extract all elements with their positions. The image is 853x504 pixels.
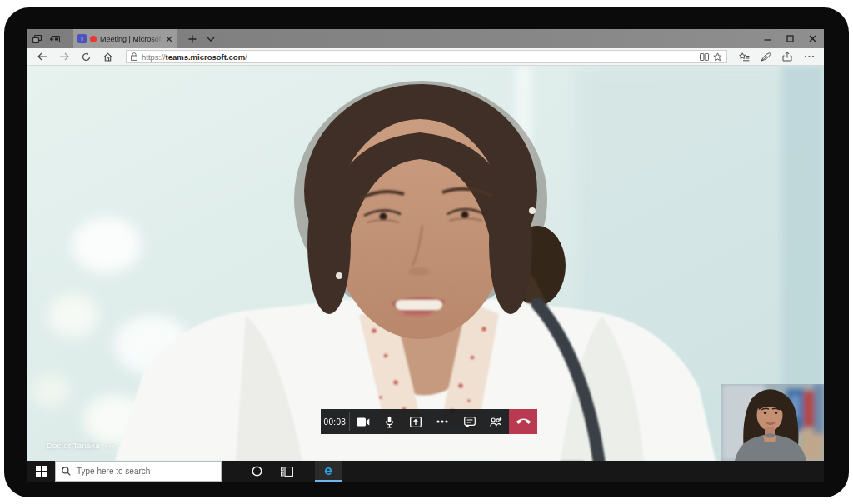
url-path: /: [245, 52, 247, 62]
set-tabs-aside-icon: [50, 35, 60, 43]
edge-taskbar-button[interactable]: e: [315, 461, 342, 482]
back-button[interactable]: [32, 49, 52, 65]
window-controls: [756, 29, 824, 48]
hang-up-icon: [516, 418, 531, 425]
camera-button[interactable]: [350, 409, 377, 434]
url-protocol: https://: [142, 52, 166, 62]
web-note-pen-button[interactable]: [756, 49, 776, 65]
edge-logo-icon: e: [324, 463, 332, 477]
url-host: teams.microsoft.com: [166, 52, 246, 62]
close-window-button[interactable]: [801, 29, 824, 48]
task-view-button[interactable]: [272, 461, 302, 482]
recording-dot-icon: [90, 36, 97, 42]
call-timer: 00:03: [321, 409, 349, 434]
start-button[interactable]: [27, 461, 55, 482]
more-options-button[interactable]: [429, 409, 456, 434]
search-icon: [62, 467, 71, 476]
new-tab-button[interactable]: [183, 29, 202, 48]
microphone-icon: [385, 416, 394, 428]
set-tabs-aside-button[interactable]: [46, 29, 64, 48]
url-text: https://teams.microsoft.com/: [142, 52, 696, 62]
add-participant-button[interactable]: [482, 409, 509, 434]
chat-button[interactable]: [456, 409, 483, 434]
call-control-bar: 00:03: [321, 409, 537, 434]
active-tab[interactable]: T Meeting | Microsoft: [73, 29, 177, 48]
refresh-button[interactable]: [76, 49, 96, 65]
url-field[interactable]: https://teams.microsoft.com/: [126, 50, 727, 63]
favorite-star-icon[interactable]: [713, 52, 722, 62]
cortana-icon: [252, 466, 262, 477]
minimize-button[interactable]: [756, 29, 779, 48]
taskbar-search-box[interactable]: [55, 461, 222, 482]
home-button[interactable]: [97, 49, 117, 65]
tab-title: Meeting | Microsoft: [100, 35, 162, 43]
more-options-icon: [436, 420, 448, 423]
participant-name-label: Doctor Tanaka •••: [47, 441, 115, 450]
browser-title-bar: T Meeting | Microsoft: [27, 29, 824, 48]
task-view-icon: [281, 467, 293, 477]
windows-taskbar: e: [27, 461, 824, 482]
search-input[interactable]: [77, 467, 215, 476]
restore-button[interactable]: [779, 29, 801, 48]
remote-video-doctor: [27, 66, 824, 461]
active-app-indicator: [315, 480, 342, 482]
microphone-button[interactable]: [376, 409, 402, 434]
add-participant-icon: [490, 417, 502, 427]
teams-favicon: T: [77, 34, 87, 43]
forward-button[interactable]: [54, 49, 74, 65]
participant-name: Doctor Tanaka: [47, 441, 100, 450]
cortana-button[interactable]: [242, 461, 272, 482]
share-screen-button[interactable]: [402, 409, 429, 434]
chat-icon: [464, 417, 476, 427]
close-tab-icon[interactable]: [166, 36, 172, 42]
more-settings-button[interactable]: [799, 49, 819, 65]
windows-logo-icon: [36, 466, 47, 477]
camera-icon: [357, 417, 370, 427]
hub-button[interactable]: [734, 49, 754, 65]
lock-icon: [131, 52, 137, 61]
hang-up-button[interactable]: [509, 409, 537, 434]
share-screen-icon: [410, 417, 422, 427]
tabs-set-aside-icon: [32, 35, 42, 43]
self-view-video[interactable]: [721, 384, 824, 461]
self-view-image: [721, 384, 824, 461]
tabs-set-aside-button[interactable]: [27, 29, 46, 48]
meeting-video-stage: Doctor Tanaka ••• 00:03: [27, 66, 824, 461]
address-bar-row: https://teams.microsoft.com/: [27, 48, 824, 66]
reading-view-icon[interactable]: [700, 53, 709, 61]
laptop-bezel: T Meeting | Microsoft: [4, 7, 849, 497]
tab-list-button[interactable]: [202, 29, 220, 48]
marketing-device-render: T Meeting | Microsoft: [0, 0, 853, 504]
participant-overflow-dots[interactable]: •••: [106, 442, 115, 450]
windows-desktop: T Meeting | Microsoft: [27, 29, 824, 482]
share-button[interactable]: [777, 49, 797, 65]
